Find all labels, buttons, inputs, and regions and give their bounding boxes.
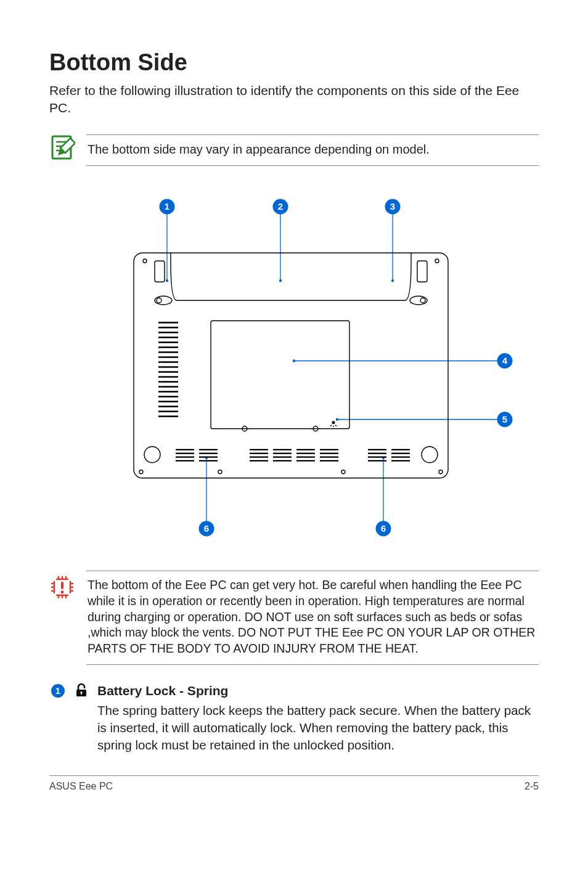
svg-point-27	[435, 259, 439, 263]
svg-point-33	[155, 296, 172, 305]
svg-point-63	[422, 447, 438, 463]
svg-point-31	[439, 470, 443, 474]
svg-rect-25	[134, 253, 448, 478]
svg-point-26	[143, 259, 147, 263]
callout-2: 2	[278, 201, 283, 212]
callout-5: 5	[502, 414, 507, 424]
svg-rect-96	[61, 582, 63, 589]
intro-text: Refer to the following illustration to i…	[49, 82, 539, 117]
svg-rect-32	[155, 261, 165, 282]
callout-6a: 6	[204, 523, 209, 534]
svg-point-36	[410, 296, 427, 305]
svg-text:1: 1	[55, 686, 60, 696]
callout-6b: 6	[381, 523, 386, 534]
page-footer: ASUS Eee PC 2-5	[49, 775, 539, 792]
footer-page-number: 2-5	[525, 781, 539, 792]
item-number-1: 1	[51, 683, 65, 698]
warning-text: The bottom of the Eee PC can get very ho…	[86, 571, 539, 666]
lock-icon	[74, 683, 89, 698]
note-callout: The bottom side may vary in appearance d…	[49, 134, 539, 166]
svg-rect-35	[417, 261, 427, 282]
callout-3: 3	[390, 201, 395, 212]
callout-1: 1	[165, 201, 169, 212]
component-item-1: 1 Battery Lock - Spring The spring batte…	[49, 683, 539, 753]
svg-rect-102	[81, 693, 82, 695]
footer-product: ASUS Eee PC	[49, 781, 113, 792]
svg-point-17	[336, 418, 338, 420]
warning-callout: The bottom of the Eee PC can get very ho…	[49, 571, 539, 666]
svg-point-97	[61, 590, 64, 593]
item-1-title: Battery Lock - Spring	[97, 683, 539, 698]
svg-point-14	[293, 359, 295, 361]
svg-point-62	[144, 447, 160, 463]
svg-point-41	[332, 421, 335, 424]
note-icon	[49, 134, 75, 160]
svg-point-30	[341, 470, 345, 474]
svg-point-7	[279, 279, 282, 281]
note-text: The bottom side may vary in appearance d…	[86, 134, 539, 166]
page-title: Bottom Side	[49, 49, 539, 76]
svg-point-34	[157, 298, 161, 303]
warning-icon	[49, 574, 75, 600]
svg-point-5	[166, 279, 168, 281]
svg-point-9	[391, 279, 394, 281]
callout-4: 4	[502, 355, 508, 366]
item-1-text: The spring battery lock keeps the batter…	[97, 702, 539, 753]
svg-rect-38	[211, 321, 349, 429]
svg-point-28	[139, 470, 143, 474]
bottom-side-diagram: 1 2 3 4 5 6 6	[49, 170, 539, 564]
svg-point-29	[218, 470, 222, 474]
svg-point-37	[420, 298, 425, 303]
